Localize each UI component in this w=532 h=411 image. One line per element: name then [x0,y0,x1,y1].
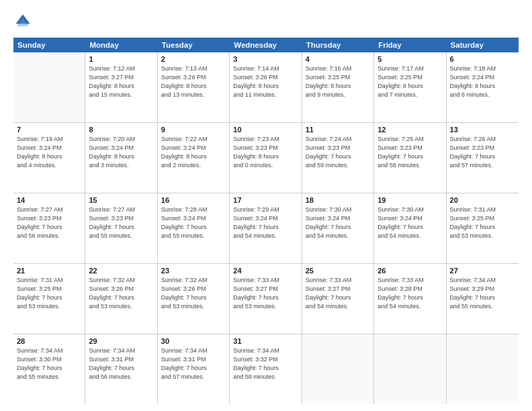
daylight-text: Daylight: 7 hours [450,293,515,302]
calendar-cell: 21Sunrise: 7:31 AMSunset: 3:25 PMDayligh… [13,264,85,334]
day-number: 25 [306,267,370,275]
day-number: 13 [450,126,515,134]
sunrise-text: Sunrise: 7:31 AM [450,205,515,214]
sunset-text: Sunset: 3:23 PM [306,144,370,152]
sunset-text: Sunset: 3:26 PM [161,285,226,293]
calendar-cell: 15Sunrise: 7:27 AMSunset: 3:23 PMDayligh… [85,193,157,263]
sunset-text: Sunset: 3:26 PM [161,73,226,82]
sunset-text: Sunset: 3:24 PM [378,214,442,223]
daylight-text: Daylight: 8 hours [450,82,515,91]
calendar-cell: 14Sunrise: 7:27 AMSunset: 3:23 PMDayligh… [13,193,85,263]
sunrise-text: Sunrise: 7:34 AM [17,347,81,355]
day-number: 12 [378,126,442,134]
sunset-text: Sunset: 3:24 PM [161,144,226,152]
calendar-cell: 9Sunrise: 7:22 AMSunset: 3:24 PMDaylight… [158,123,230,193]
daylight-text: and 4 minutes. [17,161,81,170]
sunrise-text: Sunrise: 7:34 AM [161,347,226,355]
sunset-text: Sunset: 3:24 PM [161,214,226,223]
sunrise-text: Sunrise: 7:13 AM [161,64,226,73]
logo-icon [13,12,32,31]
daylight-text: and 53 minutes. [161,302,226,311]
day-number: 23 [161,267,226,275]
sunrise-text: Sunrise: 7:27 AM [89,205,153,214]
calendar-cell: 20Sunrise: 7:31 AMSunset: 3:25 PMDayligh… [447,193,519,263]
calendar-cell [13,52,85,122]
daylight-text: Daylight: 7 hours [378,223,442,232]
day-number: 6 [450,55,515,63]
sunrise-text: Sunrise: 7:26 AM [450,135,515,144]
sunset-text: Sunset: 3:31 PM [89,355,153,364]
calendar-cell: 8Sunrise: 7:20 AMSunset: 3:24 PMDaylight… [85,123,157,193]
calendar-cell: 17Sunrise: 7:29 AMSunset: 3:24 PMDayligh… [230,193,302,263]
daylight-text: Daylight: 7 hours [450,223,515,232]
day-number: 2 [161,55,226,63]
sunset-text: Sunset: 3:26 PM [89,285,153,293]
daylight-text: Daylight: 7 hours [161,364,226,373]
sunset-text: Sunset: 3:24 PM [17,144,81,152]
day-number: 21 [17,267,81,275]
daylight-text: and 55 minutes. [89,232,153,240]
calendar-cell [447,334,519,404]
day-number: 3 [233,55,298,63]
daylight-text: and 7 minutes. [378,91,442,99]
calendar-cell: 3Sunrise: 7:14 AMSunset: 3:26 PMDaylight… [230,52,302,122]
calendar-cell: 13Sunrise: 7:26 AMSunset: 3:23 PMDayligh… [447,123,519,193]
calendar-cell: 2Sunrise: 7:13 AMSunset: 3:26 PMDaylight… [158,52,230,122]
daylight-text: Daylight: 7 hours [306,223,370,232]
daylight-text: and 57 minutes. [161,373,226,381]
day-number: 4 [306,55,370,63]
sunrise-text: Sunrise: 7:12 AM [89,64,153,73]
daylight-text: Daylight: 7 hours [89,293,153,302]
day-number: 7 [17,126,81,134]
daylight-text: Daylight: 7 hours [233,223,298,232]
sunrise-text: Sunrise: 7:33 AM [233,276,298,285]
daylight-text: Daylight: 7 hours [306,293,370,302]
calendar-cell [374,334,446,404]
sunset-text: Sunset: 3:23 PM [233,144,298,152]
sunrise-text: Sunrise: 7:28 AM [161,205,226,214]
day-number: 14 [17,196,81,204]
sunset-text: Sunset: 3:29 PM [450,285,515,293]
daylight-text: and 15 minutes. [89,91,153,99]
day-number: 16 [161,196,226,204]
calendar-cell: 30Sunrise: 7:34 AMSunset: 3:31 PMDayligh… [158,334,230,404]
sunrise-text: Sunrise: 7:14 AM [233,64,298,73]
sunset-text: Sunset: 3:23 PM [378,144,442,152]
calendar-cell: 26Sunrise: 7:33 AMSunset: 3:28 PMDayligh… [374,264,446,334]
daylight-text: Daylight: 8 hours [161,152,226,161]
sunset-text: Sunset: 3:24 PM [306,214,370,223]
daylight-text: Daylight: 7 hours [378,152,442,161]
calendar-week-row: 14Sunrise: 7:27 AMSunset: 3:23 PMDayligh… [13,193,519,264]
calendar-cell: 27Sunrise: 7:34 AMSunset: 3:29 PMDayligh… [447,264,519,334]
sunset-text: Sunset: 3:24 PM [450,73,515,82]
daylight-text: Daylight: 8 hours [17,152,81,161]
sunrise-text: Sunrise: 7:30 AM [378,205,442,214]
daylight-text: Daylight: 7 hours [17,364,81,373]
day-number: 15 [89,196,153,204]
page: SundayMondayTuesdayWednesdayThursdayFrid… [0,0,532,411]
daylight-text: and 58 minutes. [233,373,298,381]
day-number: 18 [306,196,370,204]
daylight-text: and 55 minutes. [161,232,226,240]
sunset-text: Sunset: 3:27 PM [89,73,153,82]
day-number: 19 [378,196,442,204]
daylight-text: Daylight: 7 hours [161,293,226,302]
sunrise-text: Sunrise: 7:20 AM [89,135,153,144]
calendar-cell: 23Sunrise: 7:32 AMSunset: 3:26 PMDayligh… [158,264,230,334]
sunset-text: Sunset: 3:27 PM [233,285,298,293]
day-number: 11 [306,126,370,134]
calendar-week-row: 1Sunrise: 7:12 AMSunset: 3:27 PMDaylight… [13,52,519,123]
sunrise-text: Sunrise: 7:25 AM [378,135,442,144]
day-number: 24 [233,267,298,275]
sunset-text: Sunset: 3:26 PM [233,73,298,82]
daylight-text: Daylight: 7 hours [89,364,153,373]
daylight-text: and 56 minutes. [17,232,81,240]
calendar-week-row: 7Sunrise: 7:19 AMSunset: 3:24 PMDaylight… [13,123,519,193]
sunrise-text: Sunrise: 7:32 AM [89,276,153,285]
day-number: 5 [378,55,442,63]
sunrise-text: Sunrise: 7:27 AM [17,205,81,214]
calendar-cell: 5Sunrise: 7:17 AMSunset: 3:25 PMDaylight… [374,52,446,122]
calendar-week-row: 28Sunrise: 7:34 AMSunset: 3:30 PMDayligh… [13,334,519,404]
daylight-text: and 54 minutes. [306,232,370,240]
sunset-text: Sunset: 3:25 PM [306,73,370,82]
